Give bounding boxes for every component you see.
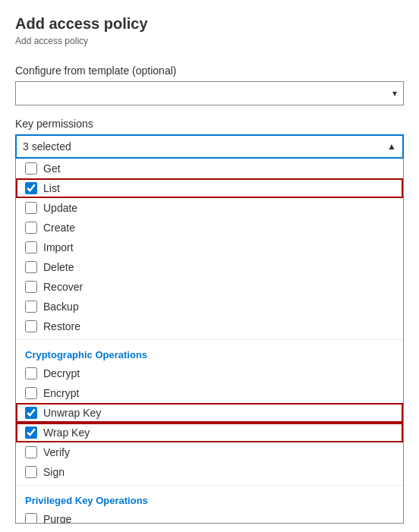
checkbox-item-unwrap-key: Unwrap Key	[16, 403, 403, 423]
label-get: Get	[43, 162, 61, 175]
key-permissions-selected: 3 selected	[23, 140, 71, 153]
checkbox-item-sign: Sign	[16, 462, 403, 482]
page-container: Add access policy Add access policy Conf…	[0, 0, 419, 532]
label-delete: Delete	[43, 261, 74, 273]
checkbox-item-recover: Recover	[16, 277, 403, 297]
checkbox-item-verify: Verify	[16, 442, 403, 462]
label-sign: Sign	[43, 466, 65, 478]
label-create: Create	[43, 222, 75, 234]
page-title: Add access policy	[15, 15, 404, 33]
checkbox-item-backup: Backup	[16, 297, 403, 316]
template-dropdown[interactable]: ▾	[15, 81, 404, 105]
checkbox-item-restore: Restore	[16, 316, 403, 336]
checkbox-update[interactable]	[25, 202, 37, 214]
divider-1	[16, 339, 403, 340]
checkbox-item-encrypt: Encrypt	[16, 383, 403, 403]
checkbox-list[interactable]	[25, 182, 37, 194]
label-recover: Recover	[43, 281, 83, 293]
template-dropdown-wrapper: ▾	[15, 81, 404, 105]
checkbox-decrypt[interactable]	[25, 367, 37, 379]
template-label: Configure from template (optional)	[15, 65, 404, 77]
checkbox-recover[interactable]	[25, 281, 37, 293]
key-permissions-dropdown[interactable]: 3 selected ▲	[15, 134, 404, 159]
checkbox-wrap-key[interactable]	[25, 427, 37, 439]
label-unwrap-key: Unwrap Key	[43, 407, 101, 419]
checkbox-verify[interactable]	[25, 446, 37, 458]
checkbox-item-wrap-key: Wrap Key	[16, 423, 403, 442]
checkbox-delete[interactable]	[25, 261, 37, 273]
label-encrypt: Encrypt	[43, 387, 79, 399]
label-list: List	[43, 182, 60, 194]
label-update: Update	[43, 202, 77, 214]
checkbox-sign[interactable]	[25, 466, 37, 478]
key-permissions-wrapper: 3 selected ▲ Get List Update	[15, 134, 404, 524]
checkbox-item-import: Import	[16, 238, 403, 257]
template-chevron-icon: ▾	[392, 88, 397, 99]
checkbox-item-purge: Purge	[16, 509, 403, 523]
key-permissions-chevron-icon: ▲	[387, 141, 396, 152]
checkbox-item-get: Get	[16, 159, 403, 178]
label-import: Import	[43, 241, 74, 253]
checkbox-restore[interactable]	[25, 320, 37, 332]
cryptographic-section-header: Cryptographic Operations	[16, 343, 403, 364]
divider-2	[16, 485, 403, 486]
page-subtitle: Add access policy	[15, 36, 404, 46]
checkbox-backup[interactable]	[25, 301, 37, 313]
label-decrypt: Decrypt	[43, 367, 80, 379]
checkbox-item-delete: Delete	[16, 257, 403, 277]
label-purge: Purge	[43, 513, 71, 523]
checkbox-item-list: List	[16, 178, 403, 198]
permissions-scroll[interactable]: Get List Update Create Import	[16, 159, 403, 523]
checkbox-encrypt[interactable]	[25, 387, 37, 399]
checkbox-item-create: Create	[16, 218, 403, 238]
checkbox-unwrap-key[interactable]	[25, 407, 37, 419]
checkbox-item-decrypt: Decrypt	[16, 364, 403, 383]
checkbox-item-update: Update	[16, 198, 403, 218]
label-restore: Restore	[43, 320, 80, 332]
permissions-dropdown: Get List Update Create Import	[15, 159, 404, 524]
checkbox-get[interactable]	[25, 162, 37, 175]
label-wrap-key: Wrap Key	[43, 427, 90, 439]
checkbox-create[interactable]	[25, 222, 37, 234]
checkbox-purge[interactable]	[25, 513, 37, 523]
checkbox-import[interactable]	[25, 241, 37, 253]
key-permissions-label: Key permissions	[15, 118, 404, 130]
privileged-section-header: Privileged Key Operations	[16, 489, 403, 509]
label-backup: Backup	[43, 301, 79, 313]
label-verify: Verify	[43, 446, 70, 458]
